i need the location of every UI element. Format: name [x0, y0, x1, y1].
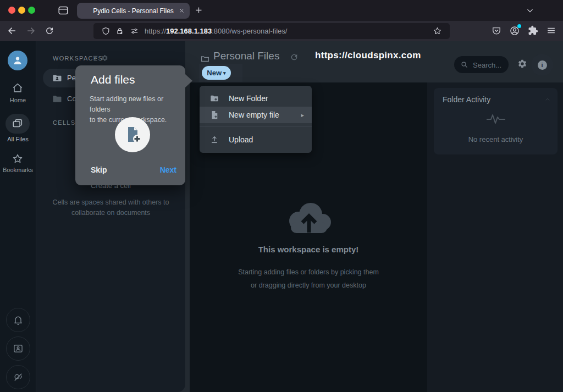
- home-icon: [12, 82, 24, 94]
- browser-toolbar: https://192.168.1.183:8080/ws-personal-f…: [0, 21, 563, 41]
- new-tab-icon[interactable]: [194, 5, 203, 15]
- empty-workspace-title: This workspace is empty!: [226, 245, 391, 254]
- submenu-arrow-icon: ▸: [301, 112, 304, 119]
- add-files-popover: Add files Start adding new files or fold…: [75, 65, 185, 185]
- bookmarks-star-icon: [12, 153, 24, 165]
- cells-header: CELLS: [53, 119, 75, 126]
- refresh-folder-icon[interactable]: [290, 53, 299, 62]
- search-box[interactable]: [454, 56, 509, 73]
- info-button[interactable]: i: [531, 54, 553, 76]
- empty-hint-line1: Starting adding files or folders by pick…: [198, 266, 418, 279]
- tracking-shield-icon[interactable]: [101, 26, 111, 36]
- pydio-app: Home All Files Bookmarks WORKSPACES Pers…: [0, 41, 563, 392]
- settings-gear-icon[interactable]: [517, 59, 527, 69]
- next-button[interactable]: Next: [160, 165, 176, 174]
- folder-activity-card: Folder Activity No recent activity: [434, 88, 558, 154]
- rail-bookmarks-label: Bookmarks: [0, 167, 36, 173]
- menu-item-upload[interactable]: Upload: [200, 131, 312, 148]
- theme-toggle-icon[interactable]: [6, 365, 30, 389]
- new-button-label: New: [207, 69, 222, 77]
- menu-item-new-empty-file[interactable]: New empty file ▸: [200, 107, 312, 123]
- profile-card-icon[interactable]: [6, 336, 30, 361]
- popover-arrow: [185, 74, 192, 87]
- rail-all-files-label: All Files: [0, 136, 36, 142]
- forward-icon[interactable]: [25, 25, 36, 36]
- lock-warning-icon[interactable]: [115, 26, 125, 36]
- cells-hint: Cells are spaces shared with others to c…: [36, 197, 185, 218]
- list-tabs-chevron-icon[interactable]: [525, 5, 535, 15]
- cells-hint-line1: Cells are spaces shared with others to: [36, 197, 185, 208]
- back-icon[interactable]: [7, 25, 18, 36]
- cells-hint-line2: collaborate on documents: [36, 208, 185, 218]
- search-icon: [460, 60, 468, 69]
- folder-activity-title: Folder Activity: [443, 95, 490, 104]
- url-bar[interactable]: https://192.168.1.183:8080/ws-personal-f…: [93, 23, 450, 39]
- firefox-view-icon[interactable]: [57, 4, 69, 16]
- tab-title: Pydio Cells - Personal Files: [93, 7, 174, 15]
- empty-hint-line2: or dragging directly from your desktop: [198, 279, 418, 292]
- menu-new-empty-file-label: New empty file: [229, 111, 279, 119]
- search-input[interactable]: [472, 56, 507, 74]
- notifications-bell-icon[interactable]: [6, 308, 30, 332]
- new-button[interactable]: New ▾: [202, 66, 231, 80]
- menu-upload-label: Upload: [229, 135, 253, 144]
- info-icon: i: [538, 60, 547, 70]
- permissions-icon[interactable]: [130, 26, 139, 36]
- workspaces-gear-icon[interactable]: [101, 54, 108, 62]
- menu-new-folder-label: New Folder: [229, 94, 268, 103]
- right-panel: Folder Activity No recent activity: [427, 82, 563, 392]
- pocket-icon[interactable]: [491, 25, 502, 36]
- popover-title: Add files: [91, 73, 135, 86]
- skip-button[interactable]: Skip: [91, 165, 107, 174]
- new-button-caret-icon: ▾: [223, 70, 226, 76]
- breadcrumb-folder-icon: [200, 54, 210, 64]
- new-dropdown-menu: New Folder New empty file ▸ Upload: [200, 86, 312, 153]
- macos-zoom-button[interactable]: [28, 7, 35, 14]
- filter-funnel-icon[interactable]: [92, 54, 99, 62]
- personal-folder-icon: [52, 73, 63, 84]
- no-activity-text: No recent activity: [434, 135, 558, 143]
- bookmark-star-icon[interactable]: [433, 26, 442, 36]
- menu-hamburger-icon[interactable]: [546, 25, 556, 36]
- popover-illustration: [115, 117, 150, 152]
- macos-minimize-button[interactable]: [18, 7, 25, 14]
- tab-close-icon[interactable]: [178, 7, 185, 14]
- common-folder-icon: [52, 93, 63, 104]
- menu-divider: [200, 126, 312, 127]
- all-files-icon: [12, 118, 24, 130]
- new-folder-icon: [209, 93, 219, 103]
- firefox-account-icon[interactable]: [509, 25, 520, 36]
- macos-close-button[interactable]: [8, 7, 15, 14]
- cloud-upload-icon: [282, 199, 335, 236]
- browser-tab[interactable]: Pydio Cells - Personal Files: [77, 3, 190, 19]
- activity-pulse-icon: [486, 112, 506, 124]
- left-rail: Home All Files Bookmarks: [0, 41, 36, 392]
- reload-icon[interactable]: [45, 26, 54, 36]
- menu-item-new-folder[interactable]: New Folder: [200, 90, 312, 107]
- browser-tab-strip: Pydio Cells - Personal Files: [0, 0, 563, 21]
- rail-home-label: Home: [0, 97, 36, 103]
- empty-workspace-hint: Starting adding files or folders by pick…: [198, 266, 418, 292]
- new-file-icon: [209, 110, 219, 120]
- collapse-chevron-icon[interactable]: [544, 96, 551, 103]
- upload-icon: [209, 135, 219, 145]
- url-text: https://192.168.1.183:8080/ws-personal-f…: [145, 27, 287, 35]
- watermark-text: https://cloudspinx.com: [315, 50, 421, 61]
- account-notification-dot: [517, 24, 521, 28]
- add-document-icon: [123, 125, 142, 145]
- url-host: 192.168.1.183: [166, 27, 212, 35]
- popover-body-line1: Start adding new files or folders: [90, 94, 178, 115]
- extensions-puzzle-icon[interactable]: [528, 25, 538, 36]
- avatar[interactable]: [8, 51, 27, 70]
- page-title: Personal Files: [213, 50, 279, 62]
